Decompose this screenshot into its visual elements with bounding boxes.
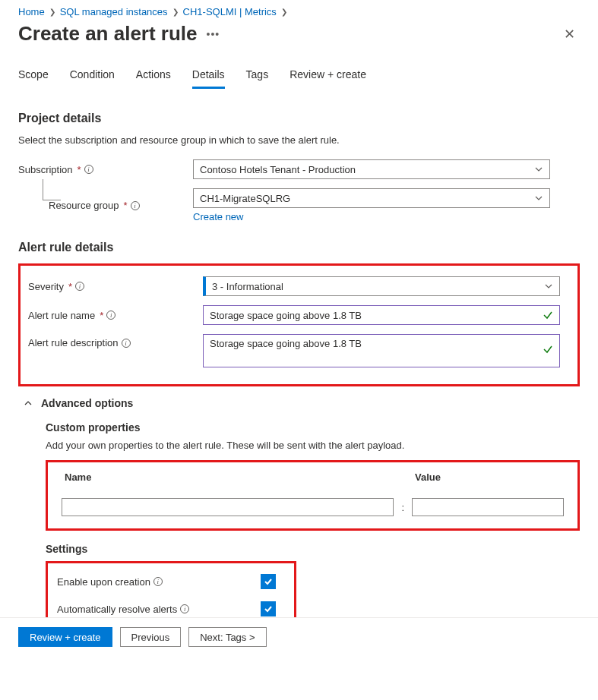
highlight-box-properties: Name : Value — [46, 460, 580, 531]
check-icon — [543, 310, 553, 320]
tab-scope[interactable]: Scope — [18, 64, 49, 89]
alert-desc-value: Storage space going above 1.8 TB — [210, 338, 362, 349]
project-details-helper: Select the subscription and resource gro… — [18, 134, 580, 146]
chevron-up-icon — [23, 398, 33, 408]
alert-rule-details-heading: Alert rule details — [18, 241, 580, 254]
required-icon: * — [100, 310, 103, 321]
tab-bar: Scope Condition Actions Details Tags Rev… — [18, 59, 580, 89]
breadcrumb-sql-managed[interactable]: SQL managed instances — [60, 6, 168, 17]
alert-name-label: Alert rule name — [28, 310, 95, 321]
prop-value-input[interactable] — [412, 498, 564, 516]
alert-name-input[interactable]: Storage space going above 1.8 TB — [203, 305, 560, 325]
previous-button[interactable]: Previous — [120, 627, 182, 647]
custom-properties-heading: Custom properties — [46, 421, 580, 434]
enable-upon-creation-label: Enable upon creation — [57, 576, 150, 588]
page-title: Create an alert rule — [18, 22, 198, 46]
resource-group-label: Resource group — [49, 200, 119, 211]
resource-group-value: CH1-MigrateSQLRG — [200, 193, 290, 204]
info-icon[interactable]: i — [131, 201, 140, 210]
settings-heading: Settings — [46, 543, 580, 555]
custom-properties-helper: Add your own properties to the alert rul… — [46, 440, 580, 451]
close-icon[interactable]: ✕ — [564, 26, 575, 43]
severity-value: 3 - Informational — [212, 281, 283, 292]
info-icon[interactable]: i — [84, 165, 93, 174]
chevron-down-icon — [544, 282, 553, 291]
required-icon: * — [78, 164, 81, 175]
check-icon — [263, 604, 274, 614]
auto-resolve-label: Automatically resolve alerts — [57, 604, 177, 615]
highlight-box-details: Severity * i 3 - Informational Alert rul… — [18, 263, 580, 386]
footer-buttons: Review + create Previous Next: Tags > — [0, 617, 598, 656]
alert-desc-label: Alert rule description — [28, 337, 119, 348]
alert-desc-input[interactable]: Storage space going above 1.8 TB — [203, 334, 560, 367]
project-details-heading: Project details — [18, 112, 580, 125]
info-icon[interactable]: i — [122, 339, 131, 348]
breadcrumb: Home ❯ SQL managed instances ❯ CH1-SQLMI… — [18, 6, 598, 17]
chevron-right-icon: ❯ — [172, 8, 179, 16]
chevron-right-icon: ❯ — [49, 8, 55, 16]
review-create-button[interactable]: Review + create — [18, 627, 112, 647]
subscription-label: Subscription — [18, 164, 73, 175]
info-icon[interactable]: i — [75, 282, 84, 291]
tab-actions[interactable]: Actions — [136, 64, 171, 89]
next-button[interactable]: Next: Tags > — [188, 627, 266, 647]
required-icon: * — [68, 281, 72, 292]
auto-resolve-checkbox[interactable] — [261, 601, 276, 616]
required-icon: * — [124, 200, 128, 211]
severity-label: Severity — [28, 281, 64, 292]
prop-value-header: Value — [412, 471, 564, 483]
create-new-link[interactable]: Create new — [193, 211, 243, 222]
subscription-select[interactable]: Contoso Hotels Tenant - Production — [193, 159, 550, 179]
info-icon[interactable]: i — [180, 604, 189, 613]
resource-group-select[interactable]: CH1-MigrateSQLRG — [193, 188, 550, 208]
alert-name-value: Storage space going above 1.8 TB — [210, 310, 362, 321]
prop-name-header: Name — [62, 471, 394, 483]
info-icon[interactable]: i — [153, 577, 163, 586]
chevron-down-icon — [534, 194, 543, 203]
check-icon — [263, 576, 274, 587]
chevron-down-icon — [534, 165, 543, 174]
breadcrumb-metrics[interactable]: CH1-SQLMI | Metrics — [183, 6, 277, 17]
advanced-options-label: Advanced options — [41, 397, 133, 409]
tree-connector — [43, 179, 61, 200]
check-icon — [543, 344, 553, 355]
subscription-value: Contoso Hotels Tenant - Production — [200, 164, 356, 175]
colon-separator: : — [401, 502, 404, 516]
tab-tags[interactable]: Tags — [246, 64, 269, 89]
tab-condition[interactable]: Condition — [70, 64, 115, 89]
chevron-right-icon: ❯ — [281, 8, 287, 16]
breadcrumb-home[interactable]: Home — [18, 6, 45, 17]
more-icon[interactable]: ••• — [207, 28, 220, 40]
advanced-options-toggle[interactable]: Advanced options — [23, 397, 580, 409]
severity-select[interactable]: 3 - Informational — [203, 276, 560, 296]
enable-upon-creation-checkbox[interactable] — [261, 574, 276, 589]
tab-details[interactable]: Details — [192, 64, 225, 89]
info-icon[interactable]: i — [106, 311, 115, 320]
tab-review-create[interactable]: Review + create — [290, 64, 366, 89]
prop-name-input[interactable] — [62, 498, 394, 516]
